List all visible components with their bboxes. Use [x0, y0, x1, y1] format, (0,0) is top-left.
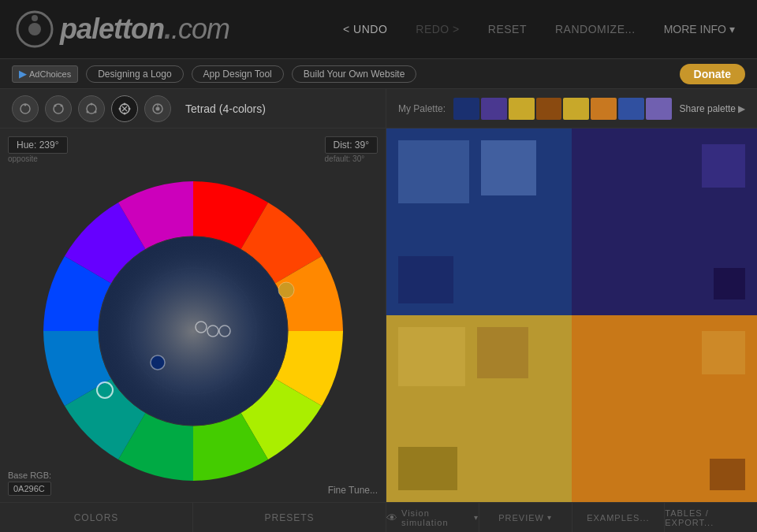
- color-grid: [386, 128, 757, 502]
- dist-sub: default: 30°: [325, 154, 378, 163]
- swatch-5: [563, 98, 589, 120]
- preview-dropdown-icon: ▾: [547, 513, 552, 522]
- base-rgb-section: Base RGB: 0A296C: [8, 471, 51, 496]
- triad-tool-icon[interactable]: [78, 95, 105, 122]
- more-info-button[interactable]: MORE INFO ▾: [658, 20, 741, 39]
- mono-svg: [18, 102, 32, 116]
- eye-icon: 👁: [386, 512, 398, 524]
- hue-box: Hue: 239°: [8, 136, 68, 154]
- main: Tetrad (4-colors) Hue: 239° opposite Dis…: [0, 89, 757, 532]
- build-website-link[interactable]: Build Your Own Website: [292, 65, 417, 83]
- tetrad-svg: [117, 102, 132, 116]
- wheel-container[interactable]: [8, 167, 378, 494]
- presets-tab[interactable]: PRESETS: [193, 503, 386, 532]
- ad-choices[interactable]: ▶ AdChoices: [12, 65, 78, 83]
- svg-point-1: [28, 23, 41, 35]
- svg-point-4: [24, 103, 27, 106]
- svg-point-9: [91, 102, 93, 105]
- hue-sub: opposite: [8, 154, 68, 163]
- quadrant-top-right: [572, 128, 757, 315]
- mono-tool-icon[interactable]: [12, 95, 39, 122]
- share-palette-button[interactable]: Share palette ▶: [680, 103, 745, 114]
- svg-point-20: [156, 106, 160, 110]
- svg-point-10: [87, 110, 89, 113]
- svg-point-2: [32, 15, 38, 21]
- palette-type-label: Tetrad (4-colors): [185, 102, 266, 115]
- logo-area: paletton..com: [16, 10, 337, 48]
- bottom-tabs-left: COLORS PRESETS: [0, 502, 386, 532]
- hue-section: Hue: 239° opposite: [8, 136, 68, 163]
- ad-choices-icon: ▶: [19, 69, 26, 80]
- donate-button[interactable]: Donate: [680, 64, 745, 84]
- right-panel: My Palette: Share palette ▶: [386, 89, 757, 532]
- svg-point-14: [119, 107, 121, 110]
- randomize-button[interactable]: RANDOMIZE...: [549, 20, 642, 39]
- logo-text: paletton..com: [60, 13, 229, 46]
- preview-tab[interactable]: PREVIEW ▾: [479, 503, 572, 532]
- swatch-1: [453, 98, 479, 120]
- tables-tab[interactable]: TABLES / EXPORT...: [665, 503, 757, 532]
- palette-bar: My Palette: Share palette ▶: [386, 89, 757, 128]
- examples-tab[interactable]: EXAMPLES...: [572, 503, 666, 532]
- swatch-3: [509, 98, 535, 120]
- quadrant-bottom-left: [386, 315, 572, 502]
- triad-svg: [84, 102, 99, 116]
- adjacent-svg: [51, 102, 65, 116]
- svg-point-29: [278, 282, 294, 298]
- palette-swatches: [453, 98, 672, 120]
- svg-point-16: [129, 107, 131, 110]
- share-arrow-icon: ▶: [738, 103, 745, 114]
- svg-point-15: [124, 112, 126, 114]
- my-palette-label: My Palette:: [398, 103, 446, 114]
- swatch-6: [591, 98, 617, 120]
- vision-dropdown-icon: ▾: [474, 513, 479, 522]
- toolbar: Tetrad (4-colors): [0, 89, 386, 128]
- fine-tune-button[interactable]: Fine Tune...: [328, 485, 378, 496]
- app-design-link[interactable]: App Design Tool: [192, 65, 284, 83]
- quadrant-bottom-right: [572, 315, 757, 502]
- color-wheel[interactable]: [35, 173, 351, 489]
- svg-point-13: [124, 102, 126, 105]
- hue-dist-row: Hue: 239° opposite Dist: 39° default: 30…: [8, 136, 378, 163]
- ad-bar: ▶ AdChoices Designing a Logo App Design …: [0, 59, 757, 89]
- vision-sim-tab[interactable]: 👁 Vision simulation ▾: [386, 503, 479, 532]
- base-rgb-value: 0A296C: [8, 482, 51, 496]
- colors-tab[interactable]: COLORS: [0, 503, 193, 532]
- redo-button[interactable]: REDO >: [409, 20, 466, 39]
- custom-svg: [151, 102, 165, 116]
- wheel-area: Hue: 239° opposite Dist: 39° default: 30…: [0, 128, 386, 502]
- header: paletton..com < UNDO REDO > RESET RANDOM…: [0, 0, 757, 59]
- svg-point-11: [95, 110, 97, 113]
- left-panel: Tetrad (4-colors) Hue: 239° opposite Dis…: [0, 89, 386, 532]
- svg-point-6: [54, 104, 57, 106]
- wheel-svg: [35, 173, 351, 489]
- reset-button[interactable]: RESET: [482, 20, 533, 39]
- dropdown-arrow-icon: ▾: [729, 23, 735, 35]
- swatch-7: [618, 98, 644, 120]
- swatch-8: [646, 98, 672, 120]
- logo-icon: [16, 10, 54, 48]
- quadrant-top-left: [386, 128, 572, 315]
- svg-point-23: [99, 236, 288, 426]
- dist-section: Dist: 39° default: 30°: [325, 136, 378, 163]
- header-nav: < UNDO REDO > RESET RANDOMIZE... MORE IN…: [337, 20, 741, 39]
- undo-button[interactable]: < UNDO: [337, 20, 393, 39]
- tetrad-tool-icon[interactable]: [111, 95, 138, 122]
- swatch-4: [536, 98, 562, 120]
- dist-box: Dist: 39°: [325, 136, 378, 154]
- bottom-tabs-right: 👁 Vision simulation ▾ PREVIEW ▾ EXAMPLES…: [386, 502, 757, 532]
- svg-point-7: [61, 104, 63, 106]
- adjacent-tool-icon[interactable]: [45, 95, 72, 122]
- svg-point-33: [151, 355, 165, 370]
- swatch-2: [481, 98, 507, 120]
- custom-tool-icon[interactable]: [144, 95, 171, 122]
- designing-logo-link[interactable]: Designing a Logo: [86, 65, 183, 83]
